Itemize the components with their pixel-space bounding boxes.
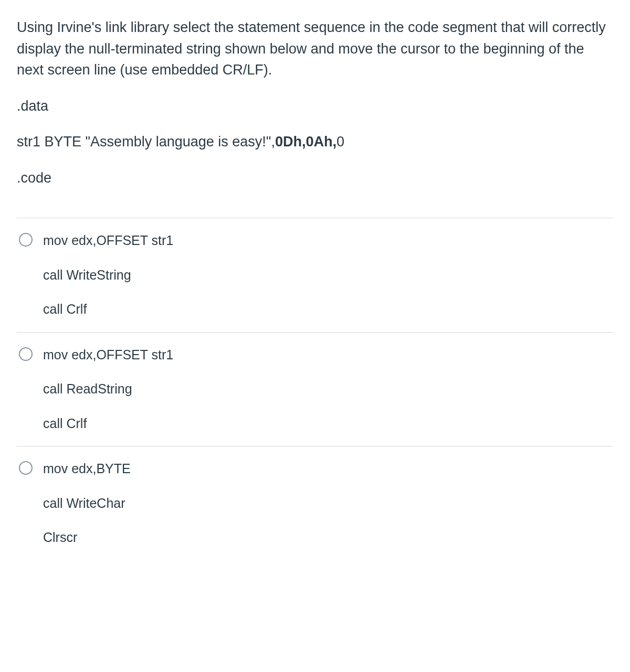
data-section-label: .data bbox=[17, 95, 613, 117]
option-2-line-2: call ReadString bbox=[43, 379, 173, 399]
question-prompt-text: Using Irvine's link library select the s… bbox=[17, 17, 613, 81]
options-list: mov edx,OFFSET str1 call WriteString cal… bbox=[17, 218, 613, 548]
str1-declaration: str1 BYTE "Assembly language is easy!",0… bbox=[17, 131, 613, 153]
radio-icon[interactable] bbox=[19, 233, 33, 247]
option-3-line-2: call WriteChar bbox=[43, 494, 131, 514]
option-1-text: mov edx,OFFSET str1 call WriteString cal… bbox=[43, 231, 173, 319]
option-3-line-3: Clrscr bbox=[43, 528, 131, 548]
option-3[interactable]: mov edx,BYTE call WriteChar Clrscr bbox=[17, 446, 613, 548]
option-3-text: mov edx,BYTE call WriteChar Clrscr bbox=[43, 459, 131, 548]
option-1-line-2: call WriteString bbox=[43, 265, 173, 285]
radio-icon[interactable] bbox=[19, 347, 33, 361]
question-prompt: Using Irvine's link library select the s… bbox=[17, 17, 613, 81]
option-1[interactable]: mov edx,OFFSET str1 call WriteString cal… bbox=[17, 218, 613, 333]
str1-prefix: str1 BYTE "Assembly language is easy!", bbox=[17, 134, 275, 150]
option-3-line-1: mov edx,BYTE bbox=[43, 459, 131, 479]
option-1-line-3: call Crlf bbox=[43, 300, 173, 319]
radio-icon[interactable] bbox=[19, 461, 33, 475]
option-1-line-1: mov edx,OFFSET str1 bbox=[43, 231, 173, 251]
str1-suffix: 0 bbox=[337, 134, 344, 150]
option-2[interactable]: mov edx,OFFSET str1 call ReadString call… bbox=[17, 333, 613, 447]
option-2-line-1: mov edx,OFFSET str1 bbox=[43, 345, 173, 365]
str1-bold: 0Dh,0Ah, bbox=[275, 134, 337, 150]
option-2-line-3: call Crlf bbox=[43, 414, 173, 434]
code-section-label: .code bbox=[17, 167, 613, 189]
option-2-text: mov edx,OFFSET str1 call ReadString call… bbox=[43, 345, 173, 434]
